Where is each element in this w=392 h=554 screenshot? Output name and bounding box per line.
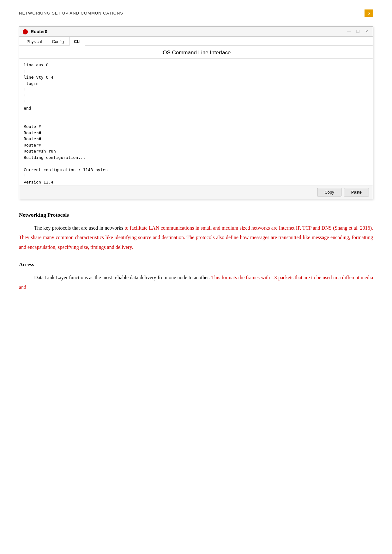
section-access: Access Data Link Layer functions as the … <box>19 262 373 292</box>
tab-bar: Physical Config CLI <box>19 37 373 46</box>
page-number: 5 <box>365 9 373 17</box>
window-controls: — □ × <box>346 29 370 34</box>
window-titlebar: ⬤ Router0 — □ × <box>19 27 373 37</box>
button-bar: Copy Paste <box>19 185 373 199</box>
para-black-start: The key protocols that are used in netwo… <box>34 225 124 231</box>
para-access-black: Data Link Layer functions as the most re… <box>34 275 211 280</box>
window-title-left: ⬤ Router0 <box>22 28 47 34</box>
terminal-area[interactable]: line aux 0 ! line vty 0 4 login ! ! ! en… <box>19 59 373 185</box>
paragraph-access: Data Link Layer functions as the most re… <box>19 273 373 292</box>
cli-heading: IOS Command Line Interface <box>19 46 373 59</box>
page-title: NETWORKING SET UP AND COMMUNICATIONS <box>19 11 123 15</box>
minimize-button[interactable]: — <box>346 29 352 34</box>
terminal-content: line aux 0 ! line vty 0 4 login ! ! ! en… <box>24 62 368 185</box>
restore-button[interactable]: □ <box>355 29 361 34</box>
page-header: NETWORKING SET UP AND COMMUNICATIONS 5 <box>19 9 373 17</box>
router-icon: ⬤ <box>22 28 28 34</box>
tab-config[interactable]: Config <box>47 37 69 46</box>
paragraph-networking-protocols: The key protocols that are used in netwo… <box>19 223 373 252</box>
tab-cli[interactable]: CLI <box>69 37 85 46</box>
paste-button[interactable]: Paste <box>344 188 369 196</box>
tab-physical[interactable]: Physical <box>22 37 46 46</box>
section-networking-protocols: Networking Protocols The key protocols t… <box>19 212 373 252</box>
close-button[interactable]: × <box>364 29 370 34</box>
section-heading-networking-protocols: Networking Protocols <box>19 212 373 218</box>
section-heading-access: Access <box>19 262 373 268</box>
copy-button[interactable]: Copy <box>317 188 341 196</box>
window-title-name: Router0 <box>31 29 47 34</box>
router-window: ⬤ Router0 — □ × Physical Config CLI IOS … <box>19 26 373 199</box>
